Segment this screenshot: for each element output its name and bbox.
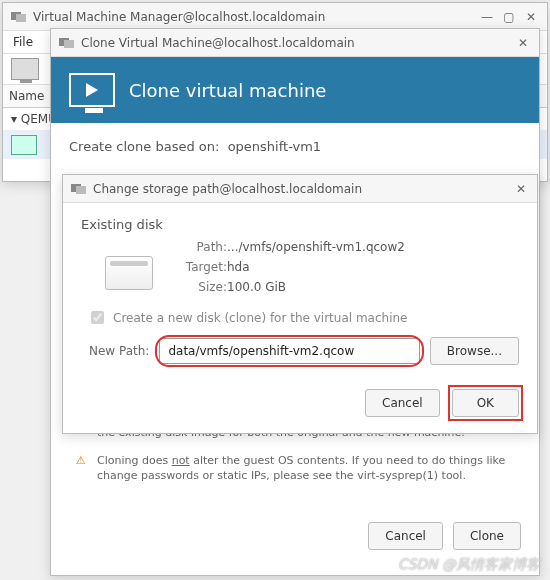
based-on-label: Create clone based on: bbox=[69, 139, 219, 154]
disk-kv: Path: .../vmfs/openshift-vm1.qcow2 Targe… bbox=[171, 240, 405, 294]
play-icon bbox=[86, 83, 98, 97]
vm-monitor-icon bbox=[11, 135, 37, 155]
new-vm-icon[interactable] bbox=[11, 58, 39, 80]
existing-disk-label: Existing disk bbox=[81, 217, 519, 232]
target-value: hda bbox=[227, 260, 405, 274]
vmm-app-icon bbox=[11, 11, 27, 23]
based-on-row: Create clone based on: openshift-vm1 bbox=[69, 139, 521, 154]
path-label: Path: bbox=[171, 240, 227, 254]
based-on-value: openshift-vm1 bbox=[228, 139, 321, 154]
new-path-input[interactable] bbox=[159, 338, 419, 364]
browse-button[interactable]: Browse... bbox=[430, 337, 519, 365]
storage-body: Existing disk Path: .../vmfs/openshift-v… bbox=[63, 203, 537, 379]
clone-cancel-button[interactable]: Cancel bbox=[368, 522, 443, 550]
svg-rect-5 bbox=[76, 186, 86, 194]
svg-rect-3 bbox=[64, 40, 74, 48]
svg-rect-1 bbox=[16, 14, 26, 22]
warning-cloning: ⚠ Cloning does not alter the guest OS co… bbox=[73, 453, 517, 484]
clone-banner: Clone virtual machine bbox=[51, 57, 539, 123]
create-new-disk-label: Create a new disk (clone) for the virtua… bbox=[113, 311, 407, 325]
clone-title: Clone Virtual Machine@localhost.localdom… bbox=[81, 36, 355, 50]
storage-dialog: Change storage path@localhost.localdomai… bbox=[62, 174, 538, 434]
warning-cloning-text: Cloning does not alter the guest OS cont… bbox=[97, 453, 517, 484]
vmm-titlebar: Virtual Machine Manager@localhost.locald… bbox=[3, 3, 547, 31]
clone-button-row: Cancel Clone bbox=[51, 512, 539, 560]
menu-file[interactable]: File bbox=[13, 35, 33, 49]
clone-app-icon bbox=[59, 37, 75, 49]
vmm-title: Virtual Machine Manager@localhost.locald… bbox=[33, 10, 325, 24]
clone-titlebar: Clone Virtual Machine@localhost.localdom… bbox=[51, 29, 539, 57]
storage-titlebar: Change storage path@localhost.localdomai… bbox=[63, 175, 537, 203]
storage-cancel-button[interactable]: Cancel bbox=[365, 389, 440, 417]
storage-ok-button[interactable]: OK bbox=[452, 389, 519, 417]
watermark: CSDN @风情客家博客 bbox=[398, 556, 540, 574]
storage-button-row: Cancel OK bbox=[63, 379, 537, 427]
path-value: .../vmfs/openshift-vm1.qcow2 bbox=[227, 240, 405, 254]
minimize-button[interactable]: — bbox=[479, 9, 495, 25]
storage-close-button[interactable]: ✕ bbox=[513, 181, 529, 197]
clone-close-button[interactable]: ✕ bbox=[515, 35, 531, 51]
disk-info: Path: .../vmfs/openshift-vm1.qcow2 Targe… bbox=[105, 240, 519, 294]
close-button[interactable]: ✕ bbox=[523, 9, 539, 25]
storage-title: Change storage path@localhost.localdomai… bbox=[93, 182, 362, 196]
size-value: 100.0 GiB bbox=[227, 280, 405, 294]
clone-heading: Clone virtual machine bbox=[129, 80, 326, 101]
clone-confirm-button[interactable]: Clone bbox=[453, 522, 521, 550]
target-label: Target: bbox=[171, 260, 227, 274]
create-new-disk-checkbox[interactable] bbox=[91, 311, 104, 324]
maximize-button[interactable]: ▢ bbox=[501, 9, 517, 25]
clone-monitor-icon bbox=[69, 73, 115, 107]
storage-app-icon bbox=[71, 183, 87, 195]
size-label: Size: bbox=[171, 280, 227, 294]
create-new-disk-row: Create a new disk (clone) for the virtua… bbox=[87, 308, 519, 327]
new-path-label: New Path: bbox=[89, 344, 149, 358]
new-path-row: New Path: Browse... bbox=[89, 337, 519, 365]
warning-icon: ⚠ bbox=[73, 453, 89, 469]
disk-icon bbox=[105, 256, 153, 290]
